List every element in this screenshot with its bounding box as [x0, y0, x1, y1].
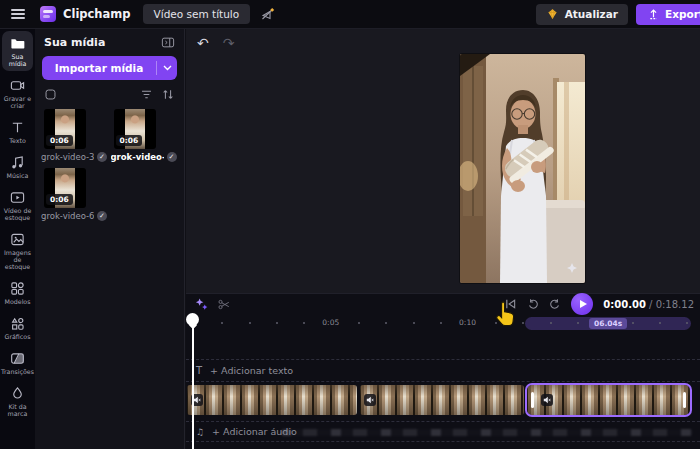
upgrade-button[interactable]: Atualizar: [536, 4, 628, 25]
media-name-row: grok-video-6...✓: [41, 211, 107, 221]
check-badge-icon[interactable]: ✓: [97, 152, 107, 162]
clipchamp-logo: [40, 6, 56, 22]
ruler-tick: [221, 322, 223, 324]
rewind-icon[interactable]: [527, 298, 539, 310]
skip-start-icon[interactable]: [504, 298, 517, 310]
check-badge-icon[interactable]: ✓: [167, 152, 177, 162]
play-button[interactable]: [571, 293, 593, 315]
upgrade-label: Atualizar: [565, 8, 618, 20]
trim-handle-left[interactable]: [531, 392, 534, 408]
timeline-clip-1[interactable]: [187, 385, 357, 415]
stock-image-icon: [10, 232, 25, 247]
media-item: 0:06grok-video-3c...✓: [41, 109, 107, 162]
ruler-tick-label: 0:10: [459, 318, 476, 327]
sidebar-item-kit-da-marca[interactable]: Kit da marca: [2, 381, 33, 421]
camera-icon: [10, 78, 25, 93]
media-thumbnail[interactable]: 0:06: [44, 109, 86, 149]
ai-sparkle-icon[interactable]: [194, 297, 209, 311]
ruler-tick: [385, 322, 387, 324]
media-grid: 0:06grok-video-3c...✓0:06grok-video-b...…: [35, 107, 184, 223]
split-scissors-icon[interactable]: [217, 298, 231, 311]
audio-waveform: [281, 429, 693, 436]
sidebar-item-gravar-e-criar[interactable]: Gravar e criar: [2, 73, 33, 113]
sidebar-item-label: Gráficos: [5, 333, 31, 340]
sidebar-item-texto[interactable]: Texto: [2, 115, 33, 148]
media-thumbnail[interactable]: 0:06: [114, 109, 156, 149]
media-thumbnail[interactable]: 0:06: [44, 168, 86, 208]
play-icon: [580, 300, 587, 308]
app-name: Clipchamp: [63, 7, 131, 21]
media-panel-title: Sua mídia: [44, 36, 105, 49]
video-preview[interactable]: [460, 54, 585, 283]
export-button[interactable]: Exportar: [636, 4, 700, 25]
mute-speaker-icon[interactable]: [364, 394, 376, 406]
media-panel-header: Sua mídia: [35, 28, 184, 53]
timeline-ruler[interactable]: 06.04s 0:050:10: [186, 314, 700, 332]
redo-icon[interactable]: ↷: [223, 35, 235, 51]
text-icon: T: [196, 365, 202, 376]
trim-handle-right[interactable]: [683, 392, 686, 408]
sidebar-item-label: Sua mídia: [2, 53, 33, 67]
sidebar-item-label: Gravar e criar: [2, 95, 33, 109]
transitions-icon: [10, 351, 25, 366]
sidebar-item-graficos[interactable]: Gráficos: [2, 311, 33, 344]
mute-speaker-icon[interactable]: [541, 394, 553, 406]
text-icon: [10, 120, 25, 135]
stock-video-icon: [10, 190, 25, 205]
select-checkbox-icon[interactable]: [44, 88, 57, 101]
total-time: 0:18.12: [656, 299, 694, 310]
media-panel: Sua mídia Importar mídia: [35, 28, 185, 449]
forward-icon[interactable]: [549, 298, 561, 310]
playhead-handle[interactable]: [186, 313, 199, 326]
video-frame-content: [460, 54, 585, 283]
duration-badge: 0:06: [116, 135, 143, 146]
sidebar-item-label: Imagens de estoque: [2, 249, 33, 270]
selection-duration-badge: 06.04s: [589, 318, 627, 329]
watermark-disabled-icon[interactable]: [260, 6, 277, 22]
media-name-row: grok-video-b...✓: [111, 152, 177, 162]
sidebar-item-modelos[interactable]: Modelos: [2, 276, 33, 309]
import-caret-icon[interactable]: [157, 65, 177, 71]
diamond-premium-icon: [546, 8, 559, 20]
add-text-label: + Adicionar texto: [210, 365, 293, 376]
timeline-clip-3-selected[interactable]: [527, 385, 690, 415]
text-track[interactable]: T + Adicionar texto: [186, 359, 700, 382]
sidebar-item-label: Texto: [9, 137, 26, 144]
sidebar-item-transicoes[interactable]: Transições: [2, 346, 33, 379]
project-title[interactable]: Vídeo sem título: [143, 4, 251, 24]
import-media-button[interactable]: Importar mídia: [42, 56, 177, 80]
sidebar-item-label: Vídeo de estoque: [2, 207, 33, 221]
sidebar-item-sua-midia[interactable]: Sua mídia: [2, 31, 33, 71]
media-name-row: grok-video-3c...✓: [41, 152, 107, 162]
left-sidebar: Sua mídiaGravar e criarTextoMúsicaVídeo …: [0, 28, 35, 449]
audio-track[interactable]: ♫ + Adicionar áudio: [186, 421, 700, 442]
current-time: 0:00.00: [603, 299, 646, 310]
top-bar: Clipchamp Vídeo sem título Atualizar: [0, 0, 700, 29]
hamburger-menu-icon[interactable]: [11, 9, 25, 19]
ruler-tick: [522, 322, 524, 324]
export-label: Exportar: [665, 8, 700, 20]
ruler-tick: [413, 322, 415, 324]
undo-icon[interactable]: ↶: [197, 35, 209, 51]
media-tools-row: [35, 86, 184, 107]
sort-icon[interactable]: [161, 88, 175, 101]
sidebar-item-label: Kit da marca: [2, 403, 33, 417]
filter-icon[interactable]: [140, 88, 153, 101]
ruler-tick: [276, 322, 278, 324]
check-badge-icon[interactable]: ✓: [97, 211, 107, 221]
ruler-tick: [249, 322, 251, 324]
sidebar-item-video-de-estoque[interactable]: Vídeo de estoque: [2, 185, 33, 225]
ruler-tick: [495, 322, 497, 324]
collapse-panel-icon[interactable]: [161, 36, 175, 49]
timeline-clip-2[interactable]: [360, 385, 524, 415]
music-icon: [10, 155, 25, 170]
timeline-toolbar: 0:00.00 / 0:18.12: [186, 294, 700, 314]
time-display: 0:00.00 / 0:18.12: [603, 299, 694, 310]
sidebar-item-musica[interactable]: Música: [2, 150, 33, 183]
sidebar-item-label: Modelos: [4, 298, 30, 305]
video-track: [186, 385, 700, 415]
media-filename: grok-video-6...: [41, 211, 94, 221]
ruler-tick: [358, 322, 360, 324]
media-item: 0:06grok-video-6...✓: [41, 168, 107, 221]
sidebar-item-imagens-de-estoque[interactable]: Imagens de estoque: [2, 227, 33, 274]
